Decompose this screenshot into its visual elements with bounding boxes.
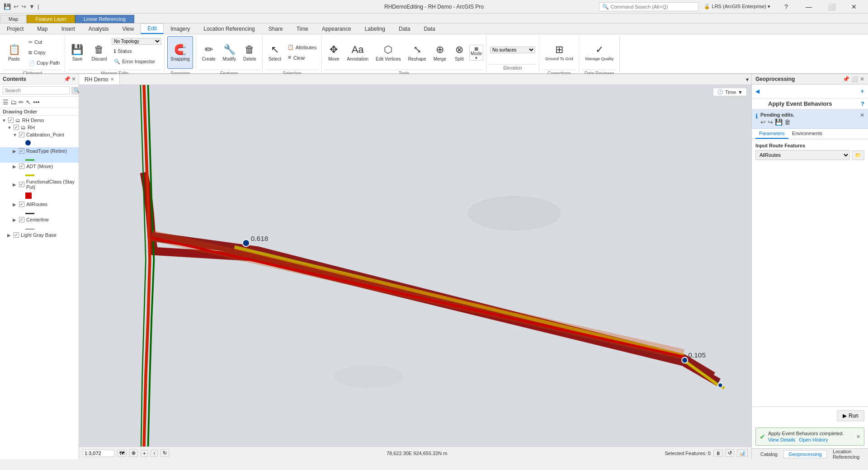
save-button[interactable]: 💾 Save <box>68 36 86 69</box>
list-item[interactable]: ▶ ✓ Centerline <box>0 216 79 231</box>
tab-appearance[interactable]: Appearance <box>315 24 358 34</box>
move-button[interactable]: ✥ Move <box>325 36 343 69</box>
layer-checkbox[interactable]: ✓ <box>19 202 24 207</box>
dropdown-icon[interactable]: ▼ <box>29 3 35 10</box>
save-pending-icon[interactable]: 💾 <box>775 118 783 126</box>
create-button[interactable]: ✏ Create <box>199 36 219 69</box>
edit-vertices-button[interactable]: ⬡ Edit Vertices <box>373 36 404 69</box>
modify-button[interactable]: 🔧 Modify <box>220 36 239 69</box>
bottom-tab-location-referencing[interactable]: Location Referencing <box>828 447 864 461</box>
layer-tool-2-icon[interactable]: 🗂 <box>10 99 17 106</box>
layer-tool-3-icon[interactable]: ✏ <box>19 99 24 106</box>
table-button[interactable]: 📊 <box>737 449 748 457</box>
clear-button[interactable]: ✕ Clear <box>285 53 319 63</box>
list-item[interactable]: ▶ ✓ FunctionalClass (Stay Put) <box>0 178 79 201</box>
input-route-select[interactable]: AllRoutes <box>755 150 850 160</box>
list-item[interactable]: ▼ ✓ 🗂 RH Demo <box>0 117 79 124</box>
split-button[interactable]: ⊗ Split <box>450 36 468 69</box>
surface-dropdown[interactable]: No surfaces <box>490 47 535 53</box>
layer-checkbox[interactable]: ✓ <box>19 217 24 222</box>
view-details-link[interactable]: View Details <box>768 437 795 442</box>
discard-button[interactable]: 🗑 Discard <box>88 36 110 69</box>
minimize-button[interactable]: — <box>798 0 819 14</box>
select-button[interactable]: ↖ Select <box>265 36 284 69</box>
add-icon[interactable]: + <box>860 87 864 95</box>
list-item[interactable]: ▶ ✓ RoadType (Retire) <box>0 147 79 163</box>
bottom-tab-geoprocessing[interactable]: Geoprocessing <box>783 450 827 458</box>
close-button[interactable]: ✕ <box>844 0 864 14</box>
north-arrow-button[interactable]: ↑ <box>151 450 158 457</box>
tab-edit[interactable]: Edit <box>141 24 164 34</box>
list-item[interactable]: ▶ ✓ Light Gray Base <box>0 231 79 239</box>
run-button[interactable]: ▶ Run <box>837 410 864 421</box>
zoom-out-button[interactable]: 🗺 <box>117 450 127 457</box>
tab-imagery[interactable]: Imagery <box>164 24 197 34</box>
bottom-tab-catalog[interactable]: Catalog <box>755 450 783 458</box>
manage-quality-button[interactable]: ✓ Manage Quality <box>582 36 617 69</box>
redo-pending-icon[interactable]: ↪ <box>768 118 773 126</box>
snapping-button[interactable]: 🧲 Snapping <box>167 36 193 69</box>
layer-tool-1-icon[interactable]: ☰ <box>3 99 9 106</box>
discard-pending-icon[interactable]: 🗑 <box>784 118 791 126</box>
map-tab-close-icon[interactable]: ✕ <box>110 77 114 82</box>
topology-dropdown[interactable]: No Topology <box>112 38 161 45</box>
tab-map[interactable]: Map <box>30 24 54 34</box>
geopanel-expand-icon[interactable]: ⬜ <box>851 76 858 82</box>
rotate-button[interactable]: ↻ <box>160 449 169 457</box>
geopanel-pin-icon[interactable]: 📌 <box>843 76 849 82</box>
paste-button[interactable]: 📋 Paste <box>3 36 25 69</box>
undo-icon[interactable]: ↩ <box>14 3 19 10</box>
map-time-button[interactable]: 🕐 Time ▼ <box>713 88 747 96</box>
tab-share[interactable]: Share <box>262 24 290 34</box>
error-inspector-button[interactable]: 🔍 Error Inspector <box>112 56 161 66</box>
map-tab-rh-demo[interactable]: RH Demo ✕ <box>79 74 120 85</box>
list-item[interactable]: ▼ ✓ Calibration_Point <box>0 131 79 147</box>
tab-time[interactable]: Time <box>290 24 315 34</box>
user-info[interactable]: 🔒 LRS (ArcGIS Enterprise) ▾ <box>704 4 770 9</box>
geopanel-close-icon[interactable]: ✕ <box>860 76 864 82</box>
tab-insert[interactable]: Insert <box>55 24 82 34</box>
tab-labeling[interactable]: Labeling <box>358 24 392 34</box>
success-close-icon[interactable]: ✕ <box>856 434 860 440</box>
help-icon[interactable]: ? <box>861 100 864 107</box>
sidebar-close-icon[interactable]: ✕ <box>71 76 76 82</box>
pause-button[interactable]: ⏸ <box>713 450 723 457</box>
scale-input[interactable] <box>83 450 114 457</box>
map-canvas[interactable]: 0.618 0.105 0 🕐 Time ▼ <box>79 85 751 446</box>
tab-analysis[interactable]: Analysis <box>82 24 116 34</box>
back-icon[interactable]: ◀ <box>755 88 760 94</box>
context-tab-linear-ref[interactable]: Linear Referencing <box>75 15 134 23</box>
layer-tool-4-icon[interactable]: ↖ <box>26 99 31 106</box>
search-input[interactable] <box>3 86 70 94</box>
context-tab-map[interactable]: Map <box>0 15 27 23</box>
layer-checkbox[interactable]: ✓ <box>19 148 24 154</box>
undo-pending-icon[interactable]: ↩ <box>760 118 766 126</box>
list-item[interactable]: ▼ ✓ 🗂 RH <box>0 124 79 131</box>
tab-environments[interactable]: Environments <box>788 129 826 139</box>
annotation-button[interactable]: Aa Annotation <box>344 36 372 69</box>
list-item[interactable]: ▶ ✓ ADT (Move) <box>0 163 79 178</box>
pan-button[interactable]: ⊕ <box>129 449 138 457</box>
browse-button[interactable]: 📁 <box>852 150 864 160</box>
pending-close-icon[interactable]: ✕ <box>860 112 864 118</box>
layer-checkbox[interactable]: ✓ <box>8 118 14 123</box>
layer-checkbox[interactable]: ✓ <box>19 182 24 187</box>
cut-button[interactable]: ✂ Cut <box>26 37 62 47</box>
layer-checkbox[interactable]: ✓ <box>14 125 19 130</box>
open-history-link[interactable]: Open History <box>799 437 828 442</box>
pin-icon[interactable]: 📌 <box>64 76 71 82</box>
layer-checkbox[interactable]: ✓ <box>14 232 19 238</box>
context-tab-feature-layer[interactable]: Feature Layer <box>27 15 75 23</box>
tab-view[interactable]: View <box>115 24 141 34</box>
layer-checkbox[interactable]: ✓ <box>19 132 24 137</box>
delete-button[interactable]: 🗑 Delete <box>240 36 259 69</box>
maximize-button[interactable]: ⬜ <box>821 0 842 14</box>
redo-icon[interactable]: ↪ <box>21 3 26 10</box>
layer-tool-more-icon[interactable]: ••• <box>33 99 40 106</box>
tab-project[interactable]: Project <box>0 24 30 34</box>
help-button[interactable]: ? <box>776 0 797 14</box>
command-search-input[interactable] <box>611 4 695 9</box>
layer-checkbox[interactable]: ✓ <box>19 164 24 169</box>
tab-data[interactable]: Data <box>392 24 417 34</box>
status-button[interactable]: ℹ Status <box>112 46 161 56</box>
